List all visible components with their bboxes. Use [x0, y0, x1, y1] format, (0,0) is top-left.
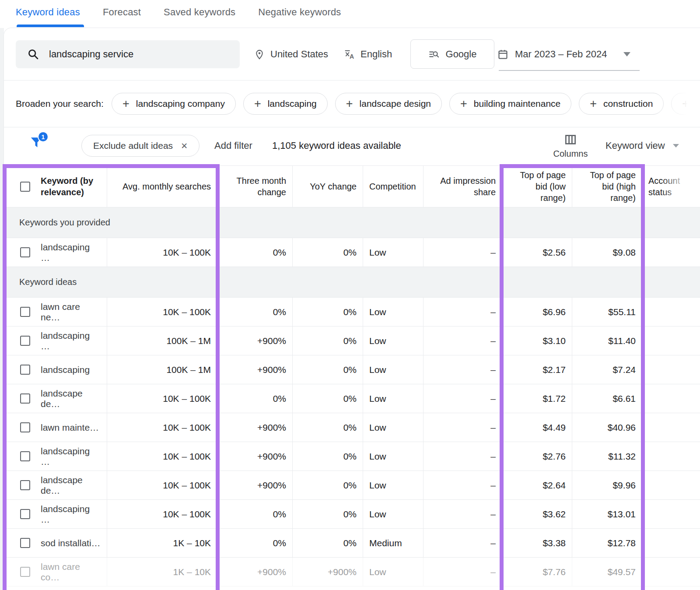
close-icon[interactable]: ✕: [181, 141, 188, 151]
location-label: United States: [270, 49, 328, 60]
plus-icon: +: [122, 98, 130, 110]
avg-monthly-searches-cell: 10K – 100K: [107, 298, 217, 327]
keyword-view-selector[interactable]: Keyword view: [606, 135, 679, 157]
keyword-table: Keyword (by relevance) Avg. monthly sear…: [4, 165, 700, 586]
top-bid-low-cell: $7.76: [502, 558, 572, 586]
keyword-cell[interactable]: landscaping: [41, 365, 90, 375]
broaden-chip-label: lawn: [696, 98, 700, 109]
ad-impression-share-cell: –: [424, 529, 502, 558]
network-selector[interactable]: Google: [410, 39, 494, 69]
competition-cell: Low: [363, 327, 424, 355]
header-top-bid-high[interactable]: Top of page bid (high range): [572, 166, 642, 207]
ad-impression-share-cell: –: [424, 238, 502, 267]
calendar-icon: [497, 49, 509, 60]
keyword-cell[interactable]: landscaping …: [41, 330, 101, 351]
search-input[interactable]: landscaping service: [16, 40, 240, 68]
broaden-chip[interactable]: + landscaping company: [112, 93, 236, 115]
top-bid-high-cell: $7.24: [572, 355, 642, 384]
yoy-change-cell: 0%: [293, 500, 363, 529]
top-bid-low-cell: $2.56: [502, 238, 572, 267]
top-bid-high-cell: $12.78: [572, 529, 642, 558]
exclude-adult-ideas-chip[interactable]: Exclude adult ideas ✕: [81, 135, 200, 157]
header-yoy-change[interactable]: YoY change: [293, 166, 363, 207]
top-bid-low-cell: $2.76: [502, 442, 572, 471]
top-bid-high-cell: $13.01: [572, 500, 642, 529]
broaden-chip[interactable]: + construction: [579, 93, 664, 115]
keyword-cell[interactable]: sod installati…: [41, 538, 101, 548]
keyword-cell[interactable]: landscape de…: [41, 388, 101, 409]
keyword-cell-wrap: landscaping …: [4, 442, 107, 471]
divider: [4, 80, 700, 81]
row-checkbox[interactable]: [20, 480, 30, 490]
add-filter-button[interactable]: Add filter: [214, 135, 252, 157]
row-checkbox[interactable]: [20, 567, 30, 577]
keyword-cell[interactable]: landscaping …: [41, 242, 101, 263]
header-keyword[interactable]: Keyword (by relevance): [4, 166, 107, 207]
tab-bar: Keyword ideas Forecast Saved keywords Ne…: [16, 0, 341, 25]
header-top-bid-low[interactable]: Top of page bid (low range): [502, 166, 572, 207]
row-checkbox[interactable]: [20, 247, 30, 257]
header-account-status[interactable]: Account status: [642, 166, 700, 207]
top-bid-low-cell: $2.64: [502, 471, 572, 500]
language-selector[interactable]: A English: [344, 40, 392, 68]
row-checkbox[interactable]: [20, 336, 30, 346]
top-bid-low-cell: $1.72: [502, 384, 572, 413]
keyword-cell-wrap: landscaping: [4, 355, 107, 384]
header-avg-monthly-searches[interactable]: Avg. monthly searches: [107, 166, 217, 207]
filter-count-badge: 1: [38, 131, 49, 142]
keyword-cell[interactable]: lawn care ne…: [41, 302, 101, 323]
header-competition[interactable]: Competition: [363, 166, 424, 207]
yoy-change-cell: 0%: [293, 442, 363, 471]
yoy-change-cell: 0%: [293, 384, 363, 413]
keyword-cell[interactable]: lawn mainte…: [41, 422, 99, 433]
broaden-search-label: Broaden your search:: [16, 93, 104, 115]
yoy-change-cell: 0%: [293, 529, 363, 558]
section-title: Keyword ideas: [19, 277, 77, 287]
active-tab-underline: [17, 25, 84, 27]
chevron-down-icon: [673, 144, 679, 148]
header-ad-impression-share[interactable]: Ad impression share: [424, 166, 502, 207]
location-selector[interactable]: United States: [254, 40, 328, 68]
three-month-change-cell: +900%: [217, 558, 293, 586]
account-status-cell: [642, 442, 700, 471]
header-three-month-change[interactable]: Three month change: [217, 166, 293, 207]
competition-cell: Medium: [363, 529, 424, 558]
tab-saved-keywords[interactable]: Saved keywords: [164, 7, 235, 18]
columns-button[interactable]: Columns: [549, 133, 592, 159]
ad-impression-share-cell: –: [424, 442, 502, 471]
row-checkbox[interactable]: [20, 393, 30, 404]
keyword-cell[interactable]: landscape de…: [41, 475, 101, 496]
keyword-cell-wrap: landscaping …: [4, 500, 107, 529]
ad-impression-share-cell: –: [424, 384, 502, 413]
tab-keyword-ideas[interactable]: Keyword ideas: [16, 7, 80, 18]
avg-monthly-searches-cell: 10K – 100K: [107, 471, 217, 500]
row-checkbox[interactable]: [20, 509, 30, 519]
keyword-cell[interactable]: landscaping …: [41, 504, 101, 525]
select-all-checkbox[interactable]: [20, 182, 30, 192]
row-checkbox[interactable]: [20, 538, 30, 548]
date-range-selector[interactable]: Mar 2023 – Feb 2024: [497, 40, 630, 68]
competition-cell: Low: [363, 384, 424, 413]
top-bid-high-cell: $40.96: [572, 413, 642, 442]
avg-monthly-searches-cell: 100K – 1M: [107, 327, 217, 355]
account-status-cell: [642, 413, 700, 442]
broaden-chip[interactable]: + landscaping: [243, 93, 328, 115]
broaden-chips: + landscaping company + landscaping + la…: [112, 93, 700, 115]
tab-negative-keywords[interactable]: Negative keywords: [258, 7, 341, 18]
keyword-cell[interactable]: landscaping …: [41, 446, 101, 467]
row-checkbox[interactable]: [20, 422, 30, 432]
broaden-chip[interactable]: + building maintenance: [449, 93, 571, 115]
broaden-chip[interactable]: + lawn: [671, 93, 700, 115]
keyword-cell[interactable]: lawn care co…: [41, 562, 101, 583]
row-checkbox[interactable]: [20, 365, 30, 375]
plus-icon: +: [346, 98, 353, 110]
three-month-change-cell: 0%: [217, 238, 293, 267]
filter-button[interactable]: 1: [28, 134, 49, 155]
row-checkbox[interactable]: [20, 451, 30, 461]
broaden-chip[interactable]: + landscape design: [335, 93, 442, 115]
broaden-chip-label: construction: [603, 98, 653, 109]
row-checkbox[interactable]: [20, 307, 30, 317]
competition-cell: Low: [363, 500, 424, 529]
yoy-change-cell: 0%: [293, 238, 363, 267]
tab-forecast[interactable]: Forecast: [103, 7, 141, 18]
